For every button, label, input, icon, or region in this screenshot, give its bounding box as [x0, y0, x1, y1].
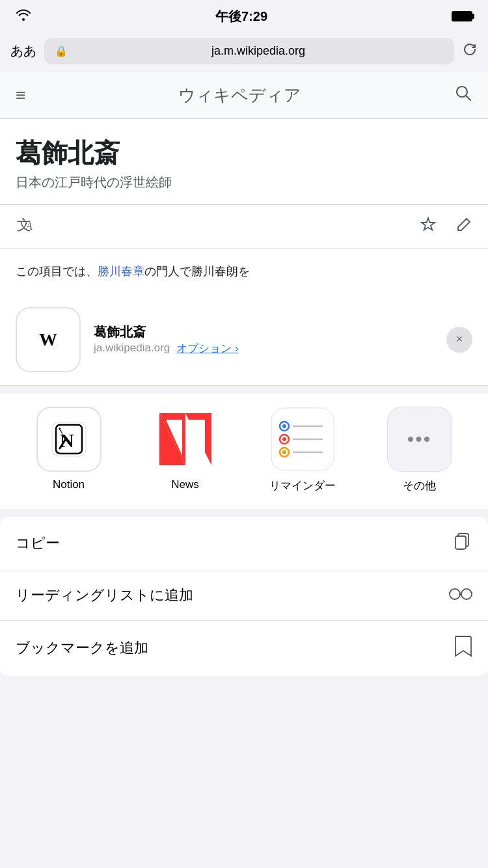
- more-app-label: その他: [403, 478, 436, 493]
- url-field[interactable]: 🔒 ja.m.wikipedia.org: [44, 38, 454, 64]
- wifi-icon: [16, 9, 31, 24]
- notion-app-label: Notion: [53, 478, 85, 491]
- reminders-app-icon: [270, 407, 335, 472]
- status-bar: 午後7:29: [0, 0, 488, 33]
- svg-point-16: [282, 437, 286, 441]
- wiki-page-subtitle: 日本の江戸時代の浮世絵師: [16, 174, 472, 191]
- share-card: W 葛飾北斎 ja.wikipedia.org オプション › ×: [0, 294, 488, 386]
- app-item-reminders[interactable]: リマインダー: [269, 407, 336, 493]
- wiki-edit-icon[interactable]: [455, 216, 472, 237]
- app-item-news[interactable]: News: [153, 407, 218, 493]
- action-bookmark-label: ブックマークを追加: [16, 638, 148, 658]
- wiki-text-after: の門人で勝川春朗を: [144, 265, 250, 278]
- wiki-header: ≡ ウィキペディア: [0, 72, 488, 119]
- share-card-info: 葛飾北斎 ja.wikipedia.org オプション ›: [94, 323, 433, 356]
- wiki-star-icon[interactable]: [419, 215, 437, 238]
- svg-point-18: [282, 450, 286, 454]
- share-card-url: ja.wikipedia.org: [94, 342, 170, 355]
- bookmark-icon: [454, 635, 472, 662]
- action-section: コピー リーディングリストに追加: [0, 517, 488, 676]
- svg-point-25: [461, 589, 472, 599]
- wiki-search-icon[interactable]: [454, 84, 472, 107]
- app-item-notion[interactable]: N Notion: [36, 407, 102, 493]
- svg-rect-23: [455, 536, 466, 549]
- font-size-button[interactable]: ああ: [10, 42, 36, 60]
- share-card-wiki-icon: W: [16, 307, 81, 372]
- share-sheet-container: W 葛飾北斎 ja.wikipedia.org オプション › ×: [0, 294, 488, 676]
- share-sheet: W 葛飾北斎 ja.wikipedia.org オプション › ×: [0, 294, 488, 676]
- address-bar: ああ 🔒 ja.m.wikipedia.org: [0, 33, 488, 72]
- url-text: ja.m.wikipedia.org: [73, 44, 444, 58]
- wiki-toolbar-right: [419, 215, 472, 238]
- share-card-close-button[interactable]: ×: [446, 327, 472, 353]
- status-right-icons: [452, 11, 472, 21]
- svg-text:N: N: [60, 429, 74, 451]
- share-card-title: 葛飾北斎: [94, 323, 433, 341]
- reminders-app-label: リマインダー: [269, 478, 336, 493]
- action-reading-list[interactable]: リーディングリストに追加: [0, 571, 488, 621]
- svg-point-24: [450, 589, 460, 599]
- news-app-icon: [153, 407, 218, 472]
- notion-app-icon: N: [36, 407, 102, 472]
- copy-icon: [452, 531, 472, 556]
- wiki-menu-icon[interactable]: ≡: [16, 85, 25, 105]
- action-copy-label: コピー: [16, 534, 60, 553]
- wiki-toolbar: 文 A: [0, 205, 488, 249]
- wiki-page-title: 葛飾北斎: [16, 137, 472, 169]
- glasses-icon: [449, 586, 472, 606]
- news-app-label: News: [171, 478, 199, 491]
- action-copy[interactable]: コピー: [0, 517, 488, 571]
- wiki-language-icon[interactable]: 文 A: [16, 215, 36, 238]
- lock-icon: 🔒: [55, 45, 68, 57]
- wiki-site-title: ウィキペディア: [178, 84, 301, 107]
- svg-line-1: [466, 96, 470, 100]
- status-time: 午後7:29: [215, 8, 267, 25]
- battery-icon: [452, 11, 472, 21]
- app-item-more[interactable]: ••• その他: [387, 407, 452, 493]
- wiki-text-before: この項目では、: [16, 265, 98, 278]
- wiki-link-spring[interactable]: 勝川春章: [98, 265, 144, 278]
- svg-point-14: [282, 424, 286, 428]
- app-share-row: N Notion: [0, 394, 488, 509]
- action-reading-list-label: リーディングリストに追加: [16, 586, 193, 605]
- wiki-article-text: この項目では、勝川春章の門人で勝川春朗を: [0, 249, 488, 294]
- action-bookmark[interactable]: ブックマークを追加: [0, 621, 488, 676]
- more-app-icon: •••: [387, 407, 452, 472]
- reload-button[interactable]: [462, 42, 478, 61]
- svg-text:A: A: [25, 221, 33, 232]
- wiki-article-header: 葛飾北斎 日本の江戸時代の浮世絵師: [0, 119, 488, 205]
- share-card-option-link[interactable]: オプション ›: [176, 341, 238, 356]
